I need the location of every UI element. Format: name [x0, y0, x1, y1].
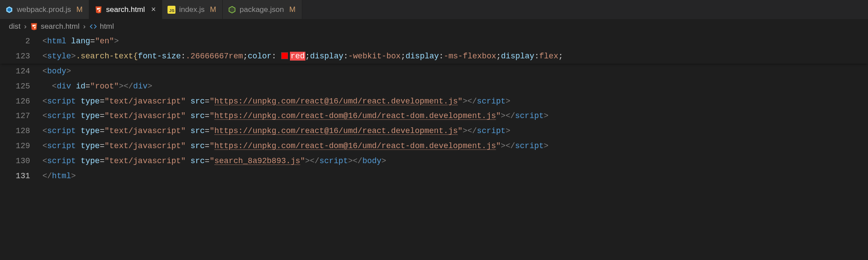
tab-search-html[interactable]: search.html ×	[89, 0, 162, 19]
code-line: 124 <body>	[0, 64, 868, 79]
breadcrumb-folder[interactable]: dist	[9, 22, 20, 31]
tab-label: index.js	[179, 5, 205, 14]
code-line: 125 <div id="root"></div>	[0, 79, 868, 94]
js-icon: JS	[168, 6, 175, 14]
tab-webpack-prod[interactable]: webpack.prod.js M	[0, 0, 89, 19]
code-line: 2 <html lang="en">	[0, 34, 868, 49]
color-swatch-icon	[281, 52, 288, 59]
modified-indicator: M	[76, 5, 83, 14]
code-line: 128 <script type="text/javascript" src="…	[0, 123, 868, 138]
tab-label: search.html	[106, 5, 145, 14]
code-content: <script type="text/javascript" src="sear…	[42, 157, 868, 165]
code-content: <script type="text/javascript" src="http…	[42, 141, 868, 150]
breadcrumb-symbol[interactable]: html	[89, 22, 114, 31]
line-number: 125	[0, 82, 42, 91]
code-content: <style>.search-text{font-size:.26666667r…	[42, 52, 868, 61]
html-icon	[30, 23, 38, 31]
code-editor[interactable]: 2 <html lang="en"> 123 <style>.search-te…	[0, 34, 868, 184]
tab-label: package.json	[240, 5, 284, 14]
tab-package-json[interactable]: package.json M	[223, 0, 302, 19]
modified-indicator: M	[289, 5, 295, 14]
line-number: 131	[0, 172, 42, 180]
html-icon	[95, 6, 103, 14]
code-content: <html lang="en">	[42, 37, 868, 46]
code-line: 130 <script type="text/javascript" src="…	[0, 153, 868, 168]
code-line: 131 </html>	[0, 168, 868, 184]
svg-text:JS: JS	[169, 8, 175, 13]
chevron-right-icon: ›	[83, 22, 86, 31]
code-line: 129 <script type="text/javascript" src="…	[0, 138, 868, 153]
code-content: </html>	[42, 172, 868, 180]
code-content: <script type="text/javascript" src="http…	[42, 97, 868, 106]
search-highlight: red	[290, 52, 305, 61]
close-icon[interactable]: ×	[151, 5, 156, 14]
line-number: 123	[0, 52, 42, 61]
line-number: 129	[0, 141, 42, 150]
symbol-icon	[89, 23, 97, 31]
line-number: 124	[0, 67, 42, 76]
code-line: 123 <style>.search-text{font-size:.26666…	[0, 49, 868, 64]
breadcrumb[interactable]: dist › search.html › html	[0, 19, 868, 34]
code-content: <script type="text/javascript" src="http…	[42, 126, 868, 135]
breadcrumb-file[interactable]: search.html	[30, 22, 80, 31]
line-number: 127	[0, 111, 42, 120]
code-line: 126 <script type="text/javascript" src="…	[0, 94, 868, 109]
line-number: 130	[0, 157, 42, 165]
tab-index-js[interactable]: JS index.js M	[162, 0, 223, 19]
code-content: <body>	[42, 67, 868, 76]
editor-tabs: webpack.prod.js M search.html × JS index…	[0, 0, 868, 19]
code-line: 127 <script type="text/javascript" src="…	[0, 108, 868, 123]
code-content: <div id="root"></div>	[42, 82, 868, 91]
line-number: 2	[0, 37, 42, 46]
line-number: 128	[0, 126, 42, 135]
nodejs-icon	[228, 6, 236, 14]
webpack-icon	[5, 6, 13, 14]
code-content: <script type="text/javascript" src="http…	[42, 111, 868, 120]
tab-label: webpack.prod.js	[17, 5, 71, 14]
chevron-right-icon: ›	[24, 22, 27, 31]
line-number: 126	[0, 97, 42, 106]
modified-indicator: M	[210, 5, 216, 14]
